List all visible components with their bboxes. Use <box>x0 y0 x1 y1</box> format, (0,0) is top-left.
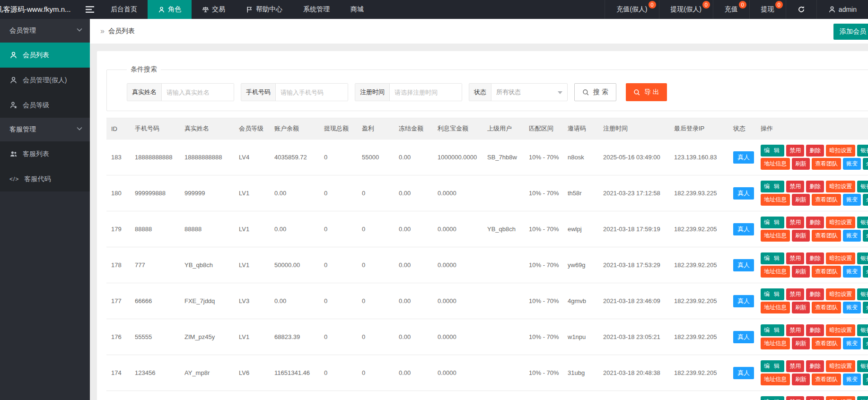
op-disable-button[interactable]: 禁用 <box>786 145 804 157</box>
export-button[interactable]: 导 出 <box>626 83 667 101</box>
nav-help-center[interactable]: 帮助中心 <box>236 0 293 19</box>
op-extra-button[interactable]: 余额 <box>863 194 868 206</box>
op-bank-card-button[interactable]: 银行卡 <box>857 396 868 400</box>
op-balance-change-button[interactable]: 账变 <box>843 230 861 242</box>
op-refresh-row-button[interactable]: 刷新 <box>792 302 810 313</box>
status-badge[interactable]: 真人 <box>733 295 754 307</box>
op-edit-button[interactable]: 编 辑 <box>761 396 784 400</box>
op-refresh-row-button[interactable]: 刷新 <box>792 338 810 349</box>
op-address-info-button[interactable]: 地址信息 <box>761 266 790 278</box>
op-balance-change-button[interactable]: 账变 <box>843 194 861 206</box>
status-badge[interactable]: 真人 <box>733 331 754 343</box>
op-delete-button[interactable]: 删除 <box>806 324 824 336</box>
menu-toggle-icon[interactable] <box>79 0 100 19</box>
op-bank-card-button[interactable]: 银行卡 <box>857 360 868 372</box>
sidebar-item-service-code[interactable]: </> 客服代码 <box>0 166 90 191</box>
op-view-team-button[interactable]: 查看团队 <box>812 302 841 313</box>
op-balance-change-button[interactable]: 账变 <box>843 338 861 349</box>
sidebar-group-service-management[interactable]: 客服管理 <box>0 118 90 141</box>
search-button[interactable]: 搜 索 <box>574 83 616 101</box>
op-refresh-row-button[interactable]: 刷新 <box>792 266 810 278</box>
op-view-team-button[interactable]: 查看团队 <box>812 374 841 385</box>
op-delete-button[interactable]: 删除 <box>806 181 824 192</box>
op-extra-button[interactable]: 余额 <box>863 302 868 313</box>
op-refresh-row-button[interactable]: 刷新 <box>792 230 810 242</box>
op-hidden-deduct-settings-button[interactable]: 暗扣设置 <box>826 396 855 400</box>
sidebar-item-member-management-fake[interactable]: 会员管理(假人) <box>0 68 90 93</box>
op-refresh-row-button[interactable]: 刷新 <box>792 194 810 206</box>
op-address-info-button[interactable]: 地址信息 <box>761 194 790 206</box>
status-badge[interactable]: 真人 <box>733 259 754 271</box>
op-bank-card-button[interactable]: 银行卡 <box>857 181 868 192</box>
op-disable-button[interactable]: 禁用 <box>786 252 804 264</box>
op-balance-change-button[interactable]: 账变 <box>843 374 861 385</box>
nav-mall[interactable]: 商城 <box>340 0 374 19</box>
op-edit-button[interactable]: 编 辑 <box>761 145 784 157</box>
op-hidden-deduct-settings-button[interactable]: 暗扣设置 <box>826 145 855 157</box>
status-badge[interactable]: 真人 <box>733 223 754 235</box>
app-logo[interactable]: 凡客源码-www.fkym.n... <box>0 0 79 19</box>
op-refresh-row-button[interactable]: 刷新 <box>792 158 810 170</box>
nav-system-management[interactable]: 系统管理 <box>293 0 340 19</box>
op-hidden-deduct-settings-button[interactable]: 暗扣设置 <box>826 324 855 336</box>
op-view-team-button[interactable]: 查看团队 <box>812 266 841 278</box>
status-badge[interactable]: 真人 <box>733 367 754 379</box>
op-extra-button[interactable]: 余额 <box>863 338 868 349</box>
op-hidden-deduct-settings-button[interactable]: 暗扣设置 <box>826 217 855 228</box>
withdraw-button[interactable]: 提现0 <box>749 0 786 19</box>
op-view-team-button[interactable]: 查看团队 <box>812 230 841 242</box>
status-badge[interactable]: 真人 <box>733 187 754 200</box>
op-view-team-button[interactable]: 查看团队 <box>812 194 841 206</box>
op-address-info-button[interactable]: 地址信息 <box>761 230 790 242</box>
op-edit-button[interactable]: 编 辑 <box>761 360 784 372</box>
realname-input[interactable] <box>162 84 234 101</box>
op-bank-card-button[interactable]: 银行卡 <box>857 217 868 228</box>
op-extra-button[interactable]: 余额 <box>863 266 868 278</box>
op-hidden-deduct-settings-button[interactable]: 暗扣设置 <box>826 181 855 192</box>
op-delete-button[interactable]: 删除 <box>806 145 824 157</box>
op-extra-button[interactable]: 余额 <box>863 230 868 242</box>
op-disable-button[interactable]: 禁用 <box>786 288 804 300</box>
recharge-button[interactable]: 充值0 <box>713 0 749 19</box>
op-disable-button[interactable]: 禁用 <box>786 396 804 400</box>
withdraw-fake-button[interactable]: 提现(假人)0 <box>659 0 713 19</box>
op-balance-change-button[interactable]: 账变 <box>843 266 861 278</box>
op-delete-button[interactable]: 删除 <box>806 396 824 400</box>
refresh-button[interactable] <box>786 0 816 19</box>
op-disable-button[interactable]: 禁用 <box>786 217 804 228</box>
regtime-input[interactable] <box>390 84 462 101</box>
op-bank-card-button[interactable]: 银行卡 <box>857 252 868 264</box>
nav-roles[interactable]: 角色 <box>148 0 192 19</box>
op-view-team-button[interactable]: 查看团队 <box>812 338 841 349</box>
op-edit-button[interactable]: 编 辑 <box>761 181 784 192</box>
op-refresh-row-button[interactable]: 刷新 <box>792 374 810 385</box>
sidebar-group-member-management[interactable]: 会员管理 <box>0 19 90 43</box>
recharge-fake-button[interactable]: 充值(假人)0 <box>605 0 658 19</box>
op-extra-button[interactable]: 余额 <box>863 158 868 170</box>
nav-dashboard[interactable]: 后台首页 <box>100 0 148 19</box>
op-balance-change-button[interactable]: 账变 <box>843 302 861 313</box>
op-hidden-deduct-settings-button[interactable]: 暗扣设置 <box>826 360 855 372</box>
op-hidden-deduct-settings-button[interactable]: 暗扣设置 <box>826 288 855 300</box>
op-bank-card-button[interactable]: 银行卡 <box>857 324 868 336</box>
op-delete-button[interactable]: 删除 <box>806 252 824 264</box>
nav-trade[interactable]: 交易 <box>192 0 236 19</box>
op-disable-button[interactable]: 禁用 <box>786 324 804 336</box>
op-extra-button[interactable]: 余额 <box>863 374 868 385</box>
op-hidden-deduct-settings-button[interactable]: 暗扣设置 <box>826 252 855 264</box>
op-view-team-button[interactable]: 查看团队 <box>812 158 841 170</box>
op-edit-button[interactable]: 编 辑 <box>761 324 784 336</box>
op-edit-button[interactable]: 编 辑 <box>761 252 784 264</box>
op-bank-card-button[interactable]: 银行卡 <box>857 288 868 300</box>
sidebar-item-member-level[interactable]: 会员等级 <box>0 93 90 118</box>
op-bank-card-button[interactable]: 银行卡 <box>857 145 868 157</box>
op-balance-change-button[interactable]: 账变 <box>843 158 861 170</box>
op-delete-button[interactable]: 删除 <box>806 360 824 372</box>
op-address-info-button[interactable]: 地址信息 <box>761 158 790 170</box>
user-menu[interactable]: admin <box>816 0 868 19</box>
op-disable-button[interactable]: 禁用 <box>786 181 804 192</box>
op-address-info-button[interactable]: 地址信息 <box>761 374 790 385</box>
phone-input[interactable] <box>276 84 348 101</box>
op-address-info-button[interactable]: 地址信息 <box>761 338 790 349</box>
op-edit-button[interactable]: 编 辑 <box>761 217 784 228</box>
